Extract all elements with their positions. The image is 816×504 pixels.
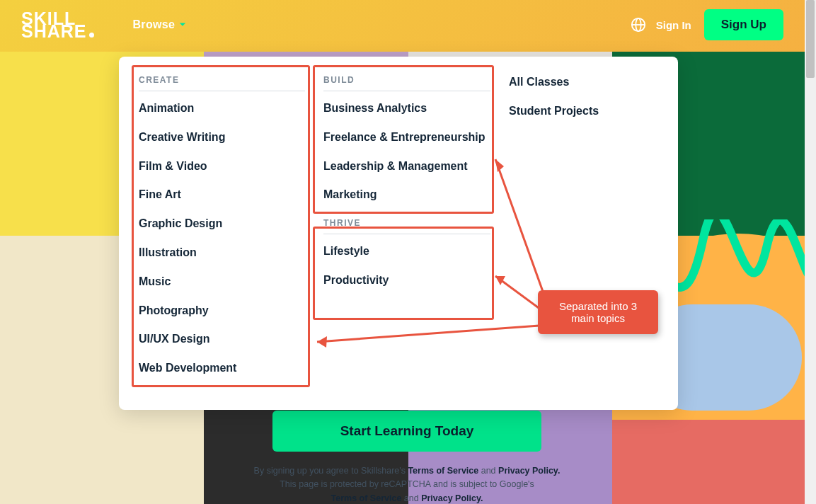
student-projects-link[interactable]: Student Projects	[509, 104, 636, 119]
globe-icon	[631, 17, 646, 33]
category-link[interactable]: Illustration	[139, 246, 305, 260]
category-heading-create: CREATE	[139, 75, 305, 91]
category-link[interactable]: Fine Art	[139, 188, 305, 202]
browse-menu-trigger[interactable]: Browse	[133, 18, 187, 31]
browse-dropdown: CREATE Animation Creative Writing Film &…	[119, 57, 678, 410]
category-link[interactable]: Film & Video	[139, 159, 305, 174]
site-header: SKiLL sHare Browse Sign In Sign Up	[0, 0, 805, 50]
category-heading-build: BUILD	[323, 75, 490, 91]
chevron-down-icon	[179, 21, 186, 28]
category-group-build: BUILD Business Analytics Freelance & Ent…	[323, 75, 490, 202]
all-classes-link[interactable]: All Classes	[509, 75, 636, 90]
sign-up-button[interactable]: Sign Up	[704, 9, 783, 40]
browse-label: Browse	[133, 18, 176, 31]
annotation-callout: Separated into 3 main topics	[538, 290, 658, 334]
category-link[interactable]: Leadership & Management	[323, 159, 490, 174]
category-link[interactable]: Music	[139, 275, 305, 290]
category-group-thrive: THRIVE Lifestyle Productivity	[323, 218, 490, 288]
privacy-link[interactable]: Privacy Policy.	[498, 466, 560, 476]
category-heading-thrive: THRIVE	[323, 218, 490, 234]
google-privacy-link[interactable]: Privacy Policy.	[421, 493, 483, 503]
category-link[interactable]: Business Analytics	[323, 101, 490, 116]
logo-line2: sHare	[21, 25, 94, 38]
annotation-callout-text: Separated into 3 main topics	[559, 300, 637, 324]
category-link[interactable]: Photography	[139, 304, 305, 319]
category-group-create: CREATE Animation Creative Writing Film &…	[139, 75, 305, 376]
sign-in-link[interactable]: Sign In	[656, 19, 691, 31]
category-link[interactable]: Animation	[139, 101, 305, 116]
category-link[interactable]: Freelance & Entrepreneurship	[323, 130, 490, 145]
category-link[interactable]: Productivity	[323, 273, 490, 288]
logo[interactable]: SKiLL sHare	[21, 12, 94, 38]
category-link[interactable]: Lifestyle	[323, 244, 490, 259]
scrollbar[interactable]	[805, 0, 816, 504]
category-link[interactable]: Marketing	[323, 188, 490, 202]
category-link[interactable]: Web Development	[139, 361, 305, 376]
google-tos-link[interactable]: Terms of Service	[331, 493, 402, 503]
scrollbar-thumb[interactable]	[806, 0, 815, 78]
category-link[interactable]: UI/UX Design	[139, 332, 305, 347]
category-link[interactable]: Graphic Design	[139, 217, 305, 231]
language-selector[interactable]	[631, 17, 646, 33]
category-link[interactable]: Creative Writing	[139, 130, 305, 145]
legal-text: By signing up you agree to Skillshare's …	[234, 464, 580, 504]
start-learning-button[interactable]: Start Learning Today	[272, 411, 541, 452]
tos-link[interactable]: Terms of Service	[408, 466, 478, 476]
